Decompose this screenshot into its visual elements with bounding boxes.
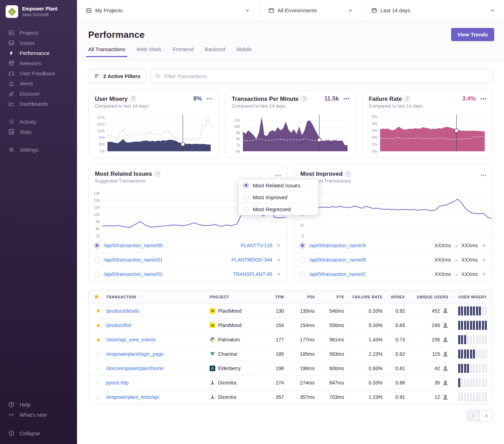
row-radio[interactable] [300, 243, 305, 248]
environment-selector[interactable]: All Environments [259, 0, 362, 21]
sidebar-item-label: Activity [20, 119, 36, 125]
row-radio[interactable] [300, 271, 305, 277]
sidebar-item-performance[interactable]: Performance [0, 48, 77, 58]
close-icon[interactable] [481, 243, 487, 248]
row-radio[interactable] [94, 271, 100, 277]
project-cell[interactable]: Elderberry [210, 366, 241, 371]
transaction-link[interactable]: /docs/empowerplant/home [106, 366, 163, 371]
sidebar-collapse-button[interactable]: Collapse [0, 428, 77, 438]
transaction-link[interactable]: /api/0/transaction_name/01 [104, 257, 163, 263]
transaction-link[interactable]: /product/list [106, 322, 131, 328]
sidebar-item-user-feedback[interactable]: User Feedback [0, 68, 77, 78]
row-radio[interactable] [94, 257, 100, 263]
next-page-button[interactable] [480, 410, 492, 421]
issue-link[interactable]: PLANTMOOD-344 [231, 257, 272, 263]
help-icon[interactable]: ? [131, 96, 136, 102]
transaction-link[interactable]: /api/0/transaction_name/C [309, 271, 366, 277]
svg-text:10k: 10k [93, 213, 100, 217]
close-icon[interactable] [276, 243, 281, 248]
transaction-link[interactable]: /empowerplant_tests/api [106, 394, 159, 400]
close-icon[interactable] [481, 271, 487, 277]
sidebar-item-activity[interactable]: Activity [0, 117, 77, 127]
project-cell[interactable]: Dicentra [210, 380, 236, 386]
card-menu-button[interactable] [344, 97, 349, 101]
sidebar-item-settings[interactable]: Settings [0, 145, 77, 155]
sidebar-item-what-s-new[interactable]: What's new [0, 410, 77, 420]
project-cell[interactable]: Palmatum [210, 337, 240, 342]
sidebar-item-dashboards[interactable]: Dashboards [0, 99, 77, 109]
transaction-link[interactable]: /empowerplant/login_page [106, 351, 163, 357]
sidebar-item-stats[interactable]: Stats [0, 127, 77, 137]
row-radio[interactable] [94, 243, 100, 248]
unique-users-cell: 452 [406, 308, 450, 314]
dropdown-option-most-related-issues[interactable]: Most Related Issues [238, 179, 318, 191]
transaction-link[interactable]: /api/0/transaction_name/00 [104, 243, 163, 248]
help-icon[interactable]: ? [405, 96, 410, 102]
project-cell[interactable]: JSPlantMood [210, 308, 241, 314]
project-cell[interactable]: Chamise [210, 351, 237, 357]
dropdown-option-most-improved[interactable]: Most Improved [238, 191, 318, 203]
card-menu-button[interactable] [207, 97, 212, 101]
svg-text:9k: 9k [236, 131, 240, 135]
project-cell[interactable]: Dicentra [210, 394, 236, 400]
project-selector[interactable]: My Projects [77, 0, 259, 21]
star-toggle[interactable]: ★ [92, 308, 101, 314]
svg-text:7k: 7k [236, 143, 240, 147]
previous-page-button[interactable] [467, 410, 480, 421]
help-icon [8, 402, 14, 408]
metric-card-transactions-per-minute: Transactions Per Minute ? 11.5k Compared… [225, 90, 356, 158]
python-platform-icon [210, 337, 215, 342]
row-radio[interactable] [300, 257, 305, 263]
star-toggle[interactable]: ☆ [92, 366, 101, 372]
daterange-selector[interactable]: Last 14 days [362, 0, 504, 21]
star-toggle[interactable]: ☆ [92, 380, 101, 386]
dropdown-option-most-regressed[interactable]: Most Regressed [238, 203, 318, 215]
col-p50: P50 [285, 295, 316, 299]
close-icon[interactable] [276, 257, 281, 263]
transaction-link[interactable]: /api/0/transaction_name/B [309, 257, 366, 263]
active-filters-button[interactable]: 2 Active Filters [88, 69, 146, 83]
help-icon[interactable]: ? [155, 171, 160, 177]
search-input[interactable] [150, 69, 493, 83]
option-radio[interactable] [243, 182, 249, 188]
star-toggle[interactable]: ☆ [92, 351, 101, 357]
panel-menu-button[interactable] [481, 173, 486, 178]
person-icon [442, 394, 448, 400]
sidebar-item-alerts[interactable]: Alerts [0, 78, 77, 89]
project-cell[interactable]: JSPlantMood [210, 322, 241, 328]
close-icon[interactable] [481, 257, 487, 263]
help-icon[interactable]: ? [345, 171, 351, 177]
col-tpm: TPM [261, 295, 285, 299]
star-toggle[interactable]: ★ [92, 337, 101, 343]
sidebar-item-help[interactable]: Help [0, 400, 77, 410]
tab-web-vitals[interactable]: Web Vitals [134, 46, 163, 57]
transaction-link[interactable]: /store/api_view_events [106, 337, 156, 342]
star-toggle[interactable]: ☆ [92, 394, 101, 400]
option-radio[interactable] [243, 195, 249, 200]
user-misery-chart: 7%8%9%10%11%12% [93, 112, 212, 153]
org-switcher[interactable]: Empower Plant Jane Schmidt [0, 0, 77, 21]
sidebar-item-issues[interactable]: Issues [0, 38, 77, 48]
card-menu-button[interactable] [481, 97, 486, 101]
transaction-link[interactable]: /api/0/transaction_name/A [309, 243, 366, 248]
close-icon[interactable] [276, 271, 281, 277]
tab-all-transactions[interactable]: All Transactions [86, 46, 127, 57]
tab-frontend[interactable]: Frontend [170, 46, 196, 57]
transaction-link[interactable]: /api/0/transaction_name/02 [104, 271, 163, 277]
help-icon[interactable]: ? [301, 96, 307, 102]
sidebar-item-releases[interactable]: Releases [0, 58, 77, 68]
sidebar-item-discover[interactable]: Discover [0, 89, 77, 99]
view-trends-button[interactable]: View Trends [451, 28, 494, 41]
tab-backend[interactable]: Backend [203, 46, 227, 57]
metric-card-value: 8% [193, 95, 202, 102]
sidebar-item-label: Projects [20, 30, 38, 36]
issue-link[interactable]: PLANTTV-128 [241, 243, 272, 248]
option-radio[interactable] [243, 207, 249, 212]
transaction-link[interactable]: pytest.http [106, 380, 129, 386]
tab-mobile[interactable]: Mobile [234, 46, 254, 57]
star-toggle[interactable]: ★ [92, 322, 101, 328]
issue-link[interactable]: TRANSPLANT-85 [233, 271, 272, 277]
sidebar-item-projects[interactable]: Projects [0, 28, 77, 38]
transaction-link[interactable]: /product/details [106, 308, 139, 314]
arrow-right-icon: → [454, 243, 458, 248]
